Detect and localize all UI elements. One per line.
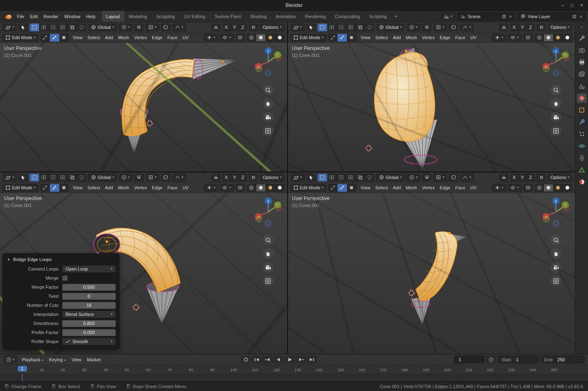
material-preview-button[interactable] <box>553 34 563 42</box>
mirror-button[interactable] <box>499 174 508 181</box>
navigation-gizmo[interactable] <box>253 46 284 78</box>
viewport-menu-item[interactable]: UV <box>468 184 479 192</box>
mirror-button[interactable] <box>499 24 508 31</box>
edge-select-mode-button[interactable] <box>337 34 347 42</box>
select-set-button[interactable] <box>30 174 39 181</box>
snap-settings-dropdown[interactable]: ▾ <box>433 24 447 31</box>
camera-view-button[interactable] <box>551 262 561 273</box>
select-subtract-button[interactable] <box>337 174 346 181</box>
properties-tab-object[interactable] <box>577 105 587 115</box>
timeline-editor-type-dropdown[interactable]: ▾ <box>3 356 17 363</box>
add-workspace-button[interactable]: + <box>391 13 401 19</box>
face-select-mode-button[interactable] <box>347 34 356 42</box>
main-menu-item[interactable]: Edit <box>27 12 41 21</box>
transform-orientation-dropdown[interactable]: Global ▾ <box>88 24 117 31</box>
current-frame-field[interactable]: 1 <box>454 356 485 363</box>
viewport-menu-item[interactable]: Face <box>453 33 468 42</box>
active-tool-button[interactable] <box>307 24 316 31</box>
rendered-shading-button[interactable] <box>275 34 285 42</box>
xray-toggle-button[interactable] <box>236 34 245 42</box>
mirror-axis-button[interactable]: X <box>510 174 518 181</box>
select-invert-button[interactable] <box>58 24 68 31</box>
mesh-cone-object[interactable] <box>288 193 575 354</box>
options-dropdown[interactable]: Options ▾ <box>548 24 572 31</box>
select-extend-button[interactable] <box>327 174 337 181</box>
mirror-axis-button[interactable]: Y <box>518 24 527 31</box>
3d-cursor[interactable] <box>145 119 154 128</box>
viewport-menu-item[interactable]: Edge <box>437 33 453 42</box>
rendered-shading-button[interactable] <box>563 34 572 42</box>
select-intersect-button[interactable] <box>356 174 365 181</box>
rendered-shading-button[interactable] <box>563 184 572 192</box>
workspace-tab[interactable]: Layout <box>102 11 124 22</box>
viewport-menu-item[interactable]: UV <box>180 33 191 42</box>
timeline-ruler[interactable]: 1102030405060708090100110120130140150160… <box>0 365 588 374</box>
select-set-button[interactable] <box>318 24 327 31</box>
viewport-menu-item[interactable]: Mesh <box>115 33 131 42</box>
viewport-menu-item[interactable]: Select <box>85 184 103 192</box>
minimize-button[interactable]: – <box>561 2 564 8</box>
properties-tab-output[interactable] <box>577 57 587 67</box>
mode-dropdown[interactable]: Edit Mode ▾ <box>290 184 327 192</box>
viewport-canvas[interactable]: User Perspective (1) Cone.001 ▼ Bridge E… <box>0 193 287 354</box>
select-subtract-button[interactable] <box>49 174 58 181</box>
material-preview-button[interactable] <box>266 34 275 42</box>
solid-shading-button[interactable] <box>544 184 553 192</box>
viewport-canvas[interactable]: User Perspective (1) Cone.001 <box>288 43 575 172</box>
pan-button[interactable] <box>551 248 561 259</box>
pan-button[interactable] <box>551 98 561 109</box>
3d-cursor[interactable] <box>131 303 141 312</box>
pivot-point-dropdown[interactable]: ▾ <box>406 174 420 181</box>
viewport-menu-item[interactable]: View <box>70 33 85 42</box>
options-dropdown[interactable]: Options ▾ <box>260 174 285 181</box>
editor-type-dropdown[interactable]: ▾ <box>2 24 17 31</box>
transform-orientation-dropdown[interactable]: Global ▾ <box>376 174 405 181</box>
3d-cursor[interactable] <box>364 144 373 153</box>
zoom-button[interactable] <box>551 235 561 245</box>
options-dropdown[interactable]: Options ▾ <box>548 174 572 181</box>
dopesheet-area[interactable] <box>0 374 588 381</box>
proportional-editing-toggle[interactable] <box>449 174 458 181</box>
viewport-menu-item[interactable]: Vertex <box>131 184 149 192</box>
viewport-menu-item[interactable]: Face <box>165 33 180 42</box>
main-menu-item[interactable]: Window <box>61 12 83 21</box>
active-tool-button[interactable] <box>19 174 28 181</box>
proportional-falloff-dropdown[interactable]: ▾ <box>172 174 186 181</box>
wireframe-shading-button[interactable] <box>534 184 544 192</box>
xray-toggle-button[interactable] <box>523 34 533 42</box>
vertex-select-mode-button[interactable] <box>328 34 337 42</box>
workspace-tab[interactable]: Texture Paint <box>210 11 245 22</box>
viewport-menu-item[interactable]: View <box>358 33 373 42</box>
edge-select-mode-button[interactable] <box>50 34 59 42</box>
3d-cursor[interactable] <box>407 288 416 297</box>
viewport-menu-item[interactable]: Select <box>373 33 391 42</box>
number-of-cuts-field[interactable]: 16 <box>62 302 116 309</box>
mirror-axis-button[interactable]: Z <box>239 174 247 181</box>
properties-tab-material[interactable] <box>577 177 587 187</box>
navigation-gizmo[interactable] <box>540 196 572 228</box>
select-mode-more-button[interactable] <box>77 174 87 181</box>
overlays-dropdown[interactable]: ▾ <box>220 34 234 42</box>
proportional-editing-toggle[interactable] <box>449 24 458 31</box>
timeline-menu-item[interactable]: Marker <box>84 356 104 364</box>
editor-type-dropdown[interactable]: ▾ <box>290 24 305 31</box>
face-select-mode-button[interactable] <box>347 184 356 192</box>
viewport-menu-item[interactable]: Vertex <box>131 33 149 42</box>
select-extend-button[interactable] <box>327 24 337 31</box>
snap-toggle-button[interactable] <box>134 24 144 31</box>
viewport-menu-item[interactable]: Face <box>453 184 468 192</box>
mirror-axis-button[interactable]: X <box>223 174 231 181</box>
jump-to-start-button[interactable] <box>252 356 262 363</box>
properties-tab-scene[interactable] <box>577 81 587 91</box>
select-subtract-button[interactable] <box>337 24 346 31</box>
workspace-tab[interactable]: Modeling <box>124 11 152 22</box>
viewport-menu-item[interactable]: Face <box>165 184 180 192</box>
viewport-menu-item[interactable]: Add <box>103 33 116 42</box>
viewport-menu-item[interactable]: Edge <box>149 184 165 192</box>
snap-toggle-button[interactable] <box>422 174 431 181</box>
select-invert-button[interactable] <box>58 174 68 181</box>
browse-scene-button[interactable]: ▾ <box>441 12 455 20</box>
auto-keying-toggle[interactable] <box>241 356 251 363</box>
operator-panel-header[interactable]: ▼ Bridge Edge Loops <box>6 255 116 264</box>
viewport-menu-item[interactable]: Vertex <box>419 184 437 192</box>
